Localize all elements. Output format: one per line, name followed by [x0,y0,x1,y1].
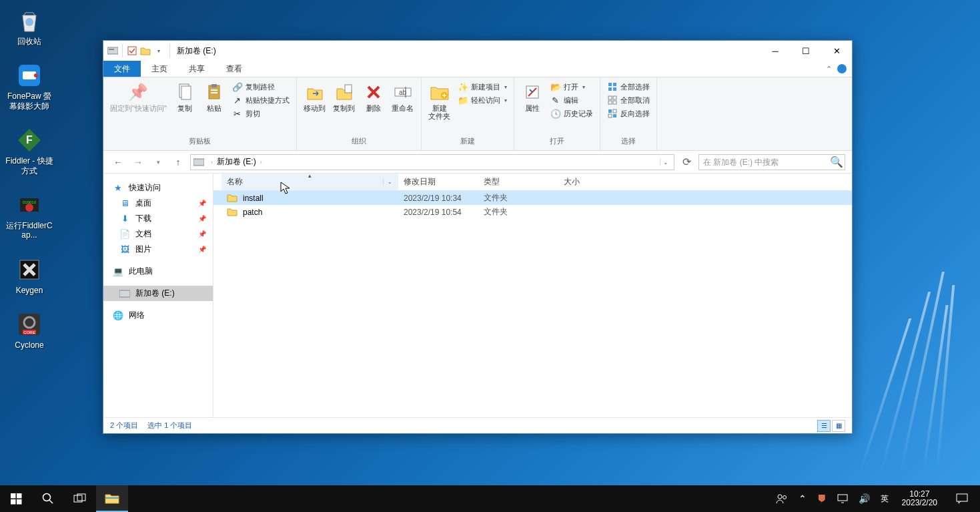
desktop-icon-label: FonePaw 螢幕錄影大師 [5,91,54,111]
delete-icon [363,81,384,103]
refresh-button[interactable]: ⟳ [678,155,694,170]
address-box[interactable]: › 新加卷 (E:) › ⌄ [190,154,674,170]
taskbar-clock[interactable]: 10:27 2023/2/20 [897,490,943,507]
desktop-icon-fiddlercap[interactable]: 010010 运行FiddlerCap... [3,188,55,243]
column-size[interactable]: 大小 [558,174,605,190]
view-icons-button[interactable]: ▦ [832,420,845,432]
recent-dropdown[interactable]: ▾ [150,154,166,170]
sidebar-desktop[interactable]: 🖥桌面📌 [103,196,213,211]
easy-access-button[interactable]: 📁轻松访问▾ [455,93,510,107]
new-folder-button[interactable]: 新建 文件夹 [426,80,454,121]
tab-view[interactable]: 查看 [215,61,253,77]
address-dropdown[interactable]: ⌄ [660,159,671,166]
svg-rect-14 [107,47,118,54]
column-type[interactable]: 类型 [478,174,558,190]
svg-rect-34 [613,96,616,99]
qat-dropdown-icon[interactable]: ▾ [153,45,164,56]
copy-to-button[interactable]: 复制到 [330,80,358,113]
help-icon[interactable]: ? [837,64,847,73]
file-row[interactable]: patch2023/2/19 10:54文件夹 [213,205,852,219]
sidebar-documents[interactable]: 📄文档📌 [103,226,213,242]
pin-to-quick-access-button[interactable]: 📌固定到"快速访问" [107,80,169,113]
file-date: 2023/2/19 10:34 [404,194,484,203]
search-button[interactable] [32,485,64,512]
invert-selection-button[interactable]: 反向选择 [604,107,652,120]
ribbon-collapse-icon[interactable]: ⌃ [826,65,832,73]
chevron-right-icon[interactable]: › [258,159,265,166]
copy-path-button[interactable]: 🔗复制路径 [229,80,292,93]
tray-network-icon[interactable] [835,494,851,503]
pin-icon: 📌 [198,246,206,253]
edit-button[interactable]: ✎编辑 [548,93,596,107]
document-icon: 📄 [119,229,130,240]
action-center-button[interactable] [948,485,976,512]
maximize-button[interactable]: ☐ [791,41,821,61]
history-button[interactable]: 🕓历史记录 [548,107,596,120]
svg-rect-44 [17,493,22,499]
search-input[interactable] [699,158,829,167]
newitem-icon: ✨ [458,81,468,92]
new-item-button[interactable]: ✨新建项目▾ [455,80,510,93]
desktop-icon-fonepaw[interactable]: FonePaw 螢幕錄影大師 [3,58,55,113]
chevron-right-icon[interactable]: › [208,159,215,166]
close-button[interactable]: ✕ [821,41,852,61]
paste-shortcut-button[interactable]: ↗粘贴快捷方式 [229,93,292,107]
paste-button[interactable]: 粘贴 [200,80,228,113]
titlebar[interactable]: ▾ 新加卷 (E:) ─ ☐ ✕ [103,41,852,61]
column-date[interactable]: 修改日期 [398,174,478,190]
task-view-button[interactable] [64,485,96,512]
tray-ime-indicator[interactable]: 英 [878,493,891,505]
delete-button[interactable]: 删除 [360,80,388,113]
tab-file[interactable]: 文件 [103,61,141,77]
tray-volume-icon[interactable]: 🔊 [856,493,873,504]
status-selected-count: 选中 1 个项目 [147,421,192,431]
tray-security-icon[interactable]: ⛊ [815,493,829,504]
sidebar-drive-e[interactable]: 新加卷 (E:) [103,286,213,301]
column-name[interactable]: 名称⌄ [221,174,398,190]
svg-rect-35 [608,101,612,104]
sidebar-downloads[interactable]: ⬇下载📌 [103,211,213,226]
svg-rect-15 [109,49,114,50]
minimize-button[interactable]: ─ [760,41,791,61]
svg-rect-22 [211,92,217,93]
copy-button[interactable]: 复制 [171,80,199,113]
open-button[interactable]: 📂打开▾ [548,80,596,93]
sidebar-network[interactable]: 🌐网络 [103,308,213,323]
rename-button[interactable]: ab重命名 [389,80,417,113]
sidebar-this-pc[interactable]: 💻此电脑 [103,264,213,279]
start-button[interactable] [0,485,32,512]
select-none-button[interactable]: 全部取消 [604,93,652,107]
cut-button[interactable]: ✂剪切 [229,107,292,120]
tray-people-icon[interactable] [773,493,791,504]
properties-button[interactable]: 属性 [518,80,546,113]
desktop-icon-recycle-bin[interactable]: 回收站 [3,3,55,49]
tab-share[interactable]: 共享 [178,61,215,77]
back-button[interactable]: ← [110,154,126,170]
search-icon[interactable]: 🔍 [829,155,845,170]
tab-home[interactable]: 主页 [141,61,178,77]
desktop-icon-keygen[interactable]: Keygen [3,252,55,298]
invert-icon [607,108,618,119]
sidebar-quick-access[interactable]: ★快速访问 [103,180,213,196]
select-all-button[interactable]: 全部选择 [604,80,652,93]
search-box[interactable]: 🔍 [698,154,845,170]
breadcrumb[interactable]: 新加卷 (E:) [215,156,258,168]
up-button[interactable]: ↑ [170,154,186,170]
properties-icon [522,81,543,103]
qat-checkbox-icon[interactable] [127,45,137,56]
file-row[interactable]: install2023/2/19 10:34文件夹 [213,191,852,205]
taskbar-file-explorer[interactable] [96,485,128,512]
paste-icon [203,81,225,103]
desktop-icon-fiddler[interactable]: F Fiddler - 快捷方式 [3,123,55,178]
move-to-button[interactable]: 移动到 [301,80,329,113]
tray-chevron-up-icon[interactable]: ⌃ [796,493,809,504]
pin-icon: 📌 [127,81,149,103]
open-icon: 📂 [550,81,561,92]
forward-button[interactable]: → [130,154,146,170]
svg-point-3 [34,73,38,77]
view-details-button[interactable]: ☰ [817,420,831,432]
copyto-icon [334,81,355,103]
desktop-icon-cyclone[interactable]: CORE Cyclone [3,307,55,352]
sidebar-pictures[interactable]: 🖼图片📌 [103,242,213,257]
qat-folder-icon[interactable] [140,45,151,56]
